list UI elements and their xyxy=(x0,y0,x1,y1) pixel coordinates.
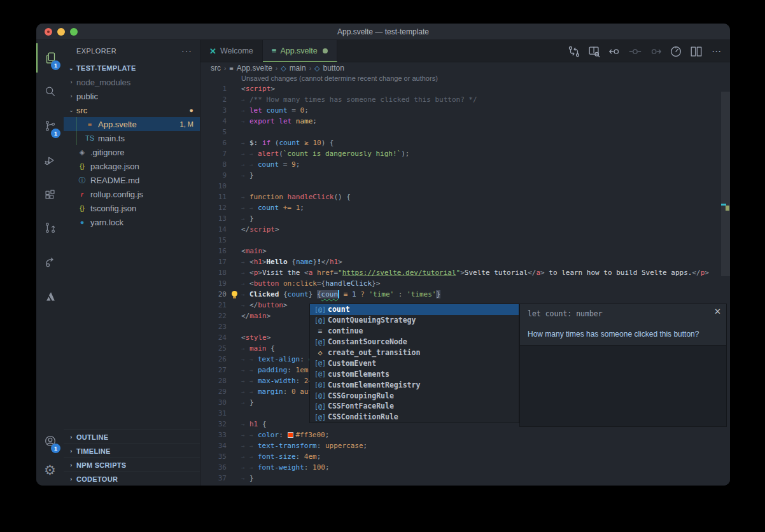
code-line-3[interactable]: 3→let count = 0; xyxy=(200,105,721,116)
code-line-4[interactable]: 4→export let name; xyxy=(200,116,721,127)
file-item--gitignore[interactable]: ◈.gitignore xyxy=(64,145,200,159)
suggest-item-cssgroupingrule[interactable]: [@]CSSGroupingRule xyxy=(310,390,519,401)
source-control-icon[interactable]: 1 xyxy=(36,111,64,141)
modified-dot-icon[interactable] xyxy=(323,48,328,53)
code-line-12[interactable]: 12→→count += 1; xyxy=(200,202,721,213)
suggest-item-count[interactable]: [@]count xyxy=(310,304,519,315)
lightbulb-icon[interactable] xyxy=(231,291,238,298)
split-editor-icon[interactable] xyxy=(688,43,705,60)
suggest-item-customelementregistry[interactable]: [@]CustomElementRegistry xyxy=(310,379,519,390)
breadcrumb-item-app-svelte[interactable]: App.svelte xyxy=(237,64,272,73)
current-position-icon[interactable] xyxy=(627,43,643,60)
breadcrumb-item-src[interactable]: src xyxy=(211,64,221,73)
breadcrumb-item-button[interactable]: button xyxy=(323,64,344,73)
code-line-16[interactable]: 16<main> xyxy=(200,246,721,256)
file-item-rollup-config-js[interactable]: rrollup.config.js xyxy=(64,187,200,201)
suggest-label: CSSGroupingRule xyxy=(328,391,394,400)
file-item-app-svelte[interactable]: ≡App.svelte1, M xyxy=(64,117,200,131)
search-icon[interactable] xyxy=(36,77,64,106)
go-back-icon[interactable] xyxy=(607,43,623,60)
code-token: h1 xyxy=(249,420,262,428)
code-line-8[interactable]: 8→→count = 9; xyxy=(200,159,721,170)
close-icon[interactable]: ✕ xyxy=(714,307,721,316)
section-codetour[interactable]: ›CODETOUR xyxy=(64,472,200,486)
run-timer-icon[interactable] xyxy=(668,43,684,60)
code-line-19[interactable]: 19→<button on:click={handleClick}> xyxy=(200,278,721,289)
open-preview-icon[interactable] xyxy=(586,43,603,60)
breadcrumb-item-main[interactable]: main xyxy=(290,64,306,73)
section-npm-scripts[interactable]: ›NPM SCRIPTS xyxy=(64,458,200,472)
suggest-item-customevent[interactable]: [@]CustomEvent xyxy=(310,358,519,368)
code-line-17[interactable]: 17→<h1>Hello {name}!</h1> xyxy=(200,256,721,267)
tab-whitespace-icon: → xyxy=(241,452,249,463)
tab-whitespace-icon: → xyxy=(241,279,249,290)
azure-icon[interactable] xyxy=(36,282,64,311)
code-line-6[interactable]: 6→$: if (count ≥ 10) { xyxy=(200,137,721,148)
tab-app-svelte[interactable]: ≡App.svelte xyxy=(263,40,337,62)
code-line-2[interactable]: 2→/** How many times has someone clicked… xyxy=(200,94,721,105)
accounts-icon[interactable]: 1 xyxy=(36,426,64,456)
code-line-37[interactable]: 37→} xyxy=(200,473,721,484)
line-number: 17 xyxy=(200,256,227,267)
tab-welcome[interactable]: ✕Welcome xyxy=(200,40,263,62)
code-token: < xyxy=(304,269,309,277)
section-outline[interactable]: ›OUTLINE xyxy=(64,430,200,444)
file-label: package.json xyxy=(90,162,200,171)
extensions-icon[interactable] xyxy=(36,180,64,209)
code-token: Clicked xyxy=(249,290,283,298)
code-line-35[interactable]: 35→→font-size: 4em; xyxy=(200,451,721,462)
code-line-15[interactable]: 15 xyxy=(200,235,721,246)
code-token: : xyxy=(279,431,287,439)
section-timeline[interactable]: ›TIMELINE xyxy=(64,444,200,458)
explorer-icon[interactable]: 1 xyxy=(36,43,64,73)
code-token: { xyxy=(270,344,275,353)
title-bar[interactable]: App.svelte — test-template xyxy=(36,24,730,40)
suggest-item-cssconditionrule[interactable]: [@]CSSConditionRule xyxy=(310,412,519,423)
go-forward-icon[interactable] xyxy=(647,43,664,60)
more-actions-icon[interactable]: ⋯ xyxy=(708,43,725,60)
more-actions-icon[interactable]: ··· xyxy=(181,46,192,56)
code-line-33[interactable]: 33→→color: #ff3e00; xyxy=(200,430,721,440)
suggest-item-customelements[interactable]: [@]customElements xyxy=(310,368,519,379)
code-line-1[interactable]: 1<script> xyxy=(200,83,721,94)
file-item-package-json[interactable]: {}package.json xyxy=(64,159,200,173)
suggest-label: count xyxy=(328,305,350,314)
scrollbar-slider[interactable] xyxy=(721,92,730,276)
suggest-item-countqueuingstrategy[interactable]: [@]CountQueuingStrategy xyxy=(310,315,519,326)
code-line-13[interactable]: 13→} xyxy=(200,213,721,224)
code-token: { xyxy=(291,258,296,266)
file-item-main-ts[interactable]: TSmain.ts xyxy=(64,131,200,145)
code-line-9[interactable]: 9→} xyxy=(200,170,721,181)
code-line-34[interactable]: 34→→text-transform: uppercase; xyxy=(200,440,721,451)
root-folder-header[interactable]: ⌄ TEST-TEMPLATE xyxy=(64,61,200,75)
code-line-20[interactable]: 20→Clicked {count} {coun ≡ 1 ? 'time' : … xyxy=(200,289,721,300)
code-line-18[interactable]: 18→<p>Visit the <a href="https://svelte.… xyxy=(200,267,721,278)
suggest-item-cssfontfacerule[interactable]: [@]CSSFontFaceRule xyxy=(310,401,519,412)
code-line-36[interactable]: 36→→font-weight: 100; xyxy=(200,462,721,473)
source-control-compare-icon[interactable] xyxy=(566,43,582,60)
pull-requests-icon[interactable] xyxy=(36,213,64,242)
suggest-item-continue[interactable]: ≡continue xyxy=(310,326,519,337)
run-debug-icon[interactable] xyxy=(36,146,64,175)
file-item-tsconfig-json[interactable]: {}tsconfig.json xyxy=(64,201,200,215)
file-item-readme-md[interactable]: ⓘREADME.md xyxy=(64,173,200,187)
live-share-icon[interactable] xyxy=(36,248,64,277)
file-item-node-modules[interactable]: ›node_modules xyxy=(64,75,200,89)
file-item-src[interactable]: ⌄src● xyxy=(64,103,200,117)
file-item-yarn-lock[interactable]: ●yarn.lock xyxy=(64,215,200,229)
code-line-14[interactable]: 14</script> xyxy=(200,224,721,235)
suggest-item-constantsourcenode[interactable]: [@]ConstantSourceNode xyxy=(310,337,519,347)
code-token xyxy=(312,269,317,277)
code-line-5[interactable]: 5 xyxy=(200,127,721,137)
code-line-10[interactable]: 10 xyxy=(200,181,721,192)
tab-whitespace-icon: → xyxy=(249,203,258,214)
code-line-11[interactable]: 11→function handleClick() { xyxy=(200,192,721,202)
code-token: > xyxy=(460,269,465,277)
settings-icon[interactable]: ⚙ xyxy=(36,455,64,484)
code-token: > xyxy=(338,258,342,266)
code-line-7[interactable]: 7→→alert(`count is dangerously high!`); xyxy=(200,148,721,159)
file-item-public[interactable]: ›public xyxy=(64,89,200,103)
code-token: : xyxy=(296,377,304,385)
code-token: < xyxy=(241,333,246,342)
suggest-item-create_out_transition[interactable]: ◇create_out_transition xyxy=(310,347,519,358)
